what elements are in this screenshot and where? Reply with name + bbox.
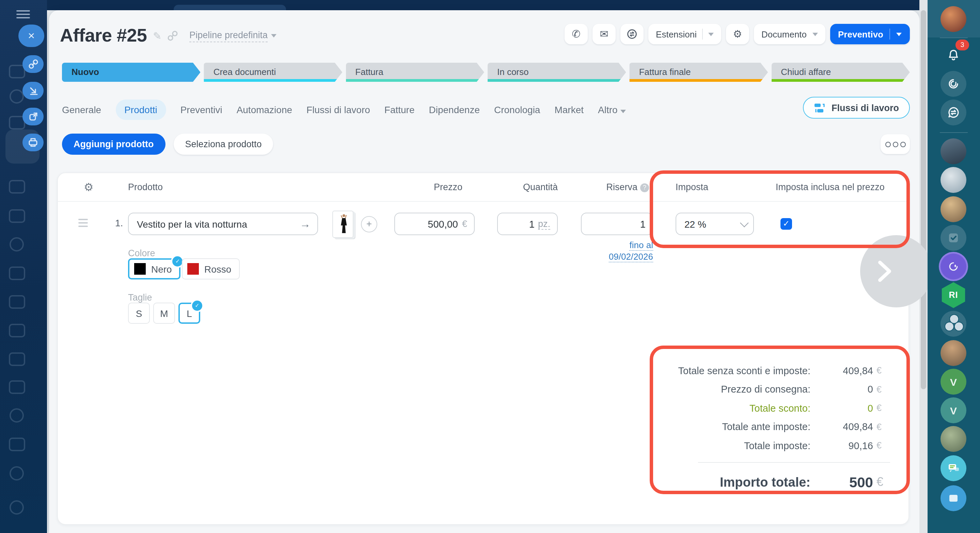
document-icon[interactable] [9,322,24,337]
catalog-icon[interactable] [9,436,24,450]
stage-nuovo[interactable]: Nuovo [62,63,200,82]
quantity-input[interactable]: 1 pz. [497,213,558,235]
reserve-until-link[interactable]: fino al 09/02/2026 [562,239,653,262]
analytics-icon[interactable] [9,350,24,365]
tasks-widget-button[interactable] [940,225,966,251]
tab-market[interactable]: Market [554,104,584,115]
color-option-rosso[interactable]: Rosso [182,259,239,279]
avatar-current-user[interactable] [940,6,966,32]
store-icon[interactable] [9,207,24,222]
avatar-initial[interactable]: V [940,397,966,423]
avatar-initial[interactable]: V [940,369,966,395]
avatar-user[interactable] [940,138,966,164]
add-image-button[interactable]: + [361,216,377,232]
tasks-icon[interactable] [9,114,24,129]
tab-cronologia[interactable]: Cronologia [494,104,540,115]
stage-fattura[interactable]: Fattura [345,63,484,82]
link-icon[interactable] [167,31,178,41]
menu-icon[interactable] [16,10,30,20]
edit-title-icon[interactable]: ✎ [153,30,161,42]
avatar-user[interactable] [940,196,966,222]
pipeline-selector[interactable]: Pipeline predefinita [189,30,277,42]
tab-altro[interactable]: Altro [598,104,626,115]
notifications-button[interactable]: 3 [940,42,966,68]
extensions-button[interactable]: Estensioni [648,24,721,44]
stage-crea-documenti[interactable]: Crea documenti [204,63,342,82]
call-button[interactable]: ✆ [565,24,588,44]
tab-preventivi[interactable]: Preventivi [180,104,222,115]
home-icon[interactable] [9,63,24,78]
size-option-s[interactable]: S [128,303,150,324]
reserve-input[interactable]: 1 [581,213,653,235]
chevron-down-icon [620,110,626,113]
avatar-user[interactable] [940,426,966,452]
col-price: Prezzo [394,173,462,201]
quote-label: Preventivo [838,29,883,39]
open-chats-button[interactable] [940,455,966,481]
avatar-user[interactable] [940,340,966,366]
tab-prodotti[interactable]: Prodotti [115,99,166,120]
divider [702,29,703,40]
gear-icon: ⚙ [733,28,742,40]
page-title: Affare #25 [60,25,147,46]
add-product-button[interactable]: Aggiungi prodotto [62,134,165,155]
product-name-input[interactable]: Vestito per la vita notturna → [128,213,318,235]
tax-select[interactable]: 22 % [676,213,754,235]
size-option-m[interactable]: M [153,303,175,324]
settings-button[interactable]: ⚙ [726,24,749,44]
document-button[interactable]: Documento [754,24,825,44]
target-icon[interactable] [9,236,24,251]
check-square-icon [947,232,959,244]
tab-generale[interactable]: Generale [62,104,101,115]
copy-link-button[interactable] [22,55,44,73]
contact-icon[interactable] [9,378,24,393]
price-input[interactable]: 500,00 € [394,213,475,235]
avatar-group[interactable] [940,311,966,337]
sign-icon[interactable] [9,293,24,308]
open-product-icon[interactable]: → [293,218,317,230]
collapse-button[interactable] [22,82,44,99]
expand-panel-button[interactable] [860,235,932,307]
tab-automazione[interactable]: Automazione [237,104,292,115]
ri-badge[interactable]: RI [940,282,966,308]
document-label: Documento [761,29,807,39]
workflows-button[interactable]: Flussi di lavoro [803,97,910,119]
close-slider-button[interactable]: × [18,24,44,47]
help-icon[interactable]: ? [640,184,649,192]
cart-icon[interactable] [9,265,24,279]
calendar-icon[interactable] [9,178,24,193]
widget-button[interactable] [940,485,966,511]
print-button[interactable] [22,134,44,151]
more-options-button[interactable] [881,134,910,154]
table-settings-gear-icon[interactable]: ⚙ [84,173,94,201]
video-icon[interactable] [9,465,24,480]
copilot-button[interactable] [940,71,966,97]
stage-chiudi-affare[interactable]: Chiudi affare [771,63,910,82]
drag-handle[interactable] [78,219,88,229]
tab-flussi-di-lavoro[interactable]: Flussi di lavoro [307,104,370,115]
color-option-nero[interactable]: Nero ✓ [128,259,181,279]
scrollbar-thumb[interactable] [921,10,926,389]
chat-button[interactable] [620,24,644,44]
avatar-cat[interactable] [940,167,966,193]
selected-check-icon: ✓ [191,299,204,312]
open-new-window-button[interactable] [22,108,44,125]
tax-included-checkbox[interactable]: ✓ [780,218,792,230]
quote-button[interactable]: Preventivo [830,24,910,44]
stage-in-corso[interactable]: In corso [488,63,626,82]
copilot-pro-button[interactable] [940,254,966,279]
stage-fattura-finale[interactable]: Fattura finale [630,63,768,82]
size-label: Taglie [128,292,152,303]
select-product-button[interactable]: Seleziona prodotto [173,134,273,155]
automation-icon[interactable] [9,407,24,422]
email-button[interactable]: ✉ [592,24,616,44]
unit-selector[interactable]: pz. [538,219,550,229]
settings-icon[interactable] [9,499,24,514]
tab-fatture[interactable]: Fatture [385,104,415,115]
product-thumbnail[interactable] [332,211,353,238]
size-option-l[interactable]: L ✓ [178,303,200,324]
total-row: Totale imposte:90,16€ [597,436,890,455]
messenger-icon[interactable] [9,88,24,103]
tab-dipendenze[interactable]: Dipendenze [429,104,480,115]
messenger-button[interactable] [940,99,966,125]
